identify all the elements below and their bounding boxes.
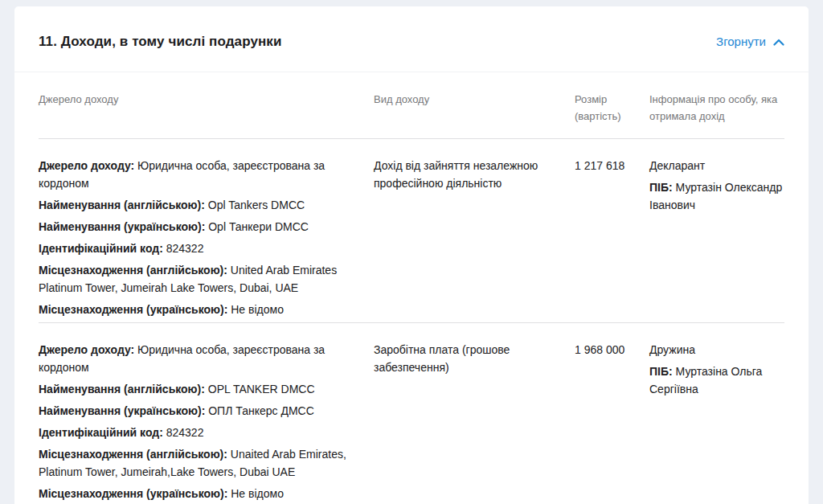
collapse-label: Згорнути [716, 35, 766, 48]
income-type-cell: Заробітна плата (грошове забезпечення) [374, 341, 575, 502]
field-value: 824322 [166, 426, 204, 439]
field-label: Місцезнаходження (англійською): [39, 264, 227, 277]
field-label: Місцезнаходження (українською): [39, 487, 227, 500]
field-value: Не відомо [231, 303, 284, 316]
source-field: Місцезнаходження (українською): Не відом… [39, 485, 361, 502]
amount-cell: 1 968 000 [575, 341, 649, 502]
column-header-recipient: Інформація про особу, яка отримала дохід [649, 91, 784, 125]
field-label: ПІБ: [649, 365, 673, 378]
recipient-name: ПІБ: Муртазін Олександр Іванович [649, 178, 783, 214]
recipient-role: Дружина [649, 341, 783, 359]
source-field: Найменування (українською): Opl Танкери … [39, 218, 361, 236]
source-field: Найменування (англійською): Opl Tankers … [39, 196, 361, 214]
source-field: Місцезнаходження (українською): Не відом… [39, 301, 361, 318]
recipient-role: Декларант [649, 157, 783, 174]
field-label: Найменування (українською): [39, 404, 205, 417]
collapse-button[interactable]: Згорнути [716, 35, 784, 48]
source-field: Місцезнаходження (англійською): Unaited … [39, 445, 361, 481]
field-label: Джерело доходу: [39, 159, 134, 172]
section-title: 11. Доходи, в тому числі подарунки [39, 34, 281, 50]
field-value: 824322 [166, 242, 204, 255]
field-label: Найменування (англійською): [39, 383, 205, 395]
source-field: Місцезнаходження (англійською): United A… [39, 261, 361, 297]
column-header-amount: Розмір (вартість) [575, 91, 649, 125]
income-type-cell: Дохід від зайняття незалежною професійно… [374, 157, 575, 318]
amount-cell: 1 217 618 [575, 157, 649, 318]
field-label: Місцезнаходження (українською): [39, 303, 227, 316]
field-label: Найменування (англійською): [39, 199, 205, 211]
page-background: 11. Доходи, в тому числі подарунки Згорн… [0, 0, 823, 504]
section-header: 11. Доходи, в тому числі подарунки Згорн… [14, 6, 809, 72]
source-field: Джерело доходу: Юридична особа, зареєстр… [39, 157, 361, 192]
source-field: Ідентифікаційний код: 824322 [39, 424, 361, 441]
income-source-cell: Джерело доходу: Юридична особа, зареєстр… [39, 341, 374, 502]
income-table: Джерело доходу Вид доходу Розмір (вартіс… [14, 72, 809, 504]
column-header-income-type: Вид доходу [374, 91, 575, 125]
field-value: ОПЛ Танкерс ДМСС [208, 404, 314, 417]
field-label: Місцезнаходження (англійською): [39, 448, 227, 461]
table-header-row: Джерело доходу Вид доходу Розмір (вартіс… [39, 72, 784, 139]
field-label: Найменування (українською): [39, 220, 205, 233]
source-field: Ідентифікаційний код: 824322 [39, 240, 361, 257]
source-field: Найменування (українською): ОПЛ Танкерс … [39, 402, 361, 420]
income-section-card: 11. Доходи, в тому числі подарунки Згорн… [14, 6, 809, 504]
field-label: ПІБ: [649, 181, 673, 194]
column-header-source: Джерело доходу [39, 91, 374, 125]
field-value: OPL TANKER DMCC [208, 383, 315, 395]
source-field: Джерело доходу: Юридична особа, зареєстр… [39, 341, 361, 376]
recipient-cell: Дружина ПІБ: Муртазіна Ольга Сергіївна [649, 341, 784, 502]
field-value: Не відомо [231, 487, 284, 500]
field-label: Ідентифікаційний код: [39, 426, 163, 439]
income-source-cell: Джерело доходу: Юридична особа, зареєстр… [39, 157, 374, 318]
field-value: Opl Танкери DMCC [208, 220, 309, 233]
field-label: Джерело доходу: [39, 343, 134, 356]
recipient-name: ПІБ: Муртазіна Ольга Сергіївна [649, 363, 783, 398]
table-row: Джерело доходу: Юридична особа, зареєстр… [39, 139, 784, 323]
field-value: Opl Tankers DMCC [208, 199, 305, 211]
table-row: Джерело доходу: Юридична особа, зареєстр… [39, 323, 784, 504]
recipient-cell: Декларант ПІБ: Муртазін Олександр Іванов… [649, 157, 784, 318]
field-label: Ідентифікаційний код: [39, 242, 163, 255]
chevron-up-icon [773, 39, 784, 46]
source-field: Найменування (англійською): OPL TANKER D… [39, 380, 361, 398]
